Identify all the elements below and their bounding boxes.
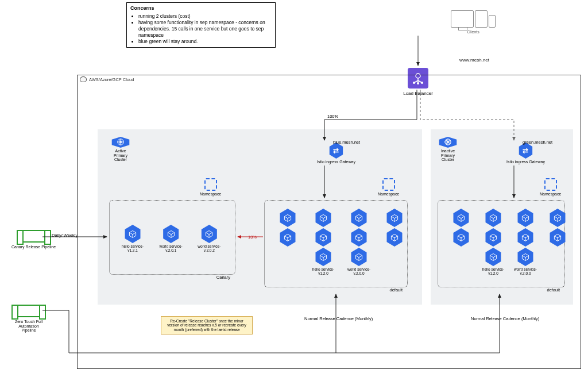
- cube-icon: [350, 248, 368, 266]
- pipeline-icon: [16, 305, 41, 317]
- default-a-services: hello service-v1.2.0 world service-v.2.0…: [269, 204, 403, 280]
- service-node: [446, 209, 476, 227]
- traffic-100-label: 100%: [327, 114, 338, 119]
- svg-line-90: [461, 236, 465, 238]
- service-node: [510, 209, 540, 227]
- default-a-ns-label: default: [389, 287, 403, 293]
- svg-line-30: [209, 233, 212, 234]
- cloud-title: AWS/Azure/GCP Cloud: [80, 76, 134, 82]
- svg-line-22: [133, 233, 136, 234]
- monitor-icon: [451, 10, 474, 28]
- tablet-icon: [475, 10, 488, 28]
- cube-icon: [386, 228, 403, 247]
- cube-icon: [315, 228, 332, 247]
- cube-icon: [452, 209, 470, 227]
- namespace-icon: [204, 178, 217, 191]
- namespace-icon: [544, 178, 557, 191]
- svg-line-58: [359, 236, 362, 238]
- svg-line-26: [171, 233, 175, 234]
- concerns-panel: Concerns running 2 clusters (cost) havin…: [126, 2, 276, 48]
- service-node: [273, 228, 303, 247]
- cube-icon: [485, 209, 502, 227]
- svg-line-53: [320, 236, 323, 238]
- cube-icon: [350, 228, 368, 247]
- istio-icon: ⇄: [328, 143, 343, 159]
- cube-icon: [549, 209, 566, 227]
- istio-blue-url: blue.mesh.net: [333, 140, 360, 145]
- svg-line-21: [129, 233, 133, 234]
- clients-label: Clients: [444, 30, 502, 34]
- cube-icon: [549, 228, 566, 247]
- service-node: [380, 209, 409, 227]
- concerns-title: Concerns: [130, 5, 272, 12]
- istio-green-url: green.mesh.net: [523, 140, 552, 145]
- concern-item: blue green will stay around.: [138, 39, 272, 45]
- k8s-inactive-label: Inactive Primary Cluster: [436, 149, 459, 162]
- service-node: [446, 228, 476, 247]
- zero-touch-pipeline-label: Zero Touch Full Automation Pipeline: [11, 320, 46, 333]
- svg-line-97: [522, 236, 525, 238]
- service-node: [543, 228, 572, 247]
- svg-line-29: [206, 233, 210, 234]
- zero-touch-pipeline-block: Zero Touch Full Automation Pipeline: [11, 305, 46, 333]
- svg-line-102: [558, 236, 561, 238]
- svg-line-41: [355, 217, 359, 218]
- k8s-active-badge: Active Primary Cluster: [109, 137, 132, 162]
- svg-line-37: [320, 217, 323, 218]
- service-node: [344, 228, 374, 247]
- svg-line-89: [458, 236, 461, 238]
- cube-icon: [315, 248, 332, 266]
- svg-line-66: [323, 256, 327, 257]
- svg-line-34: [288, 217, 291, 218]
- svg-line-42: [359, 217, 362, 218]
- svg-line-110: [525, 256, 529, 257]
- cube-icon: [517, 248, 534, 266]
- svg-line-85: [554, 217, 558, 218]
- svg-line-105: [490, 256, 493, 257]
- cube-icon: [485, 248, 502, 266]
- service-label: hello service-v1.2.0: [478, 267, 508, 275]
- cube-icon: [315, 209, 332, 227]
- svg-line-65: [320, 256, 323, 257]
- device-icons: [444, 5, 502, 28]
- svg-line-61: [391, 236, 394, 238]
- default-a-namespace-box: hello service-v1.2.0 world service-v.2.0…: [264, 200, 408, 287]
- svg-line-62: [394, 236, 398, 238]
- daily-weekly-label: Daily/ Weekly: [52, 233, 78, 238]
- svg-line-78: [493, 217, 497, 218]
- svg-line-45: [391, 217, 394, 218]
- cube-icon: [386, 209, 403, 227]
- cube-icon: [200, 225, 218, 243]
- cube-icon: [485, 228, 502, 247]
- service-node: [308, 209, 338, 227]
- service-node: world service-v.2.0.2: [194, 225, 224, 252]
- service-node: [380, 228, 409, 247]
- svg-line-82: [525, 217, 529, 218]
- service-node: [273, 209, 303, 227]
- service-label: world service-v.2.0.0: [344, 267, 374, 275]
- svg-line-73: [458, 217, 461, 218]
- service-label: world service-v.2.0.2: [194, 244, 224, 252]
- namespace-label: Namespace: [200, 192, 221, 196]
- svg-line-70: [359, 256, 362, 257]
- svg-line-74: [461, 217, 465, 218]
- cube-icon: [124, 225, 141, 243]
- service-node: [344, 209, 374, 227]
- cube-icon: [350, 209, 368, 227]
- cadence-label-a: Normal Release Cadence (Monthly): [304, 316, 373, 321]
- svg-line-86: [558, 217, 561, 218]
- svg-line-94: [493, 236, 497, 238]
- namespace-badge-default-a: Namespace: [378, 178, 399, 196]
- svg-line-49: [284, 236, 288, 238]
- service-node: hello service-v1.2.1: [118, 225, 148, 252]
- canary-services: hello service-v1.2.1 world service-v.2.0…: [114, 220, 230, 257]
- istio-green-label: Istio ingress Gateway: [506, 160, 545, 164]
- service-label: hello service-v1.2.0: [308, 267, 338, 275]
- phone-icon: [489, 15, 496, 28]
- service-node: world service-v.2.0.1: [156, 225, 186, 252]
- svg-line-46: [394, 217, 398, 218]
- svg-line-57: [355, 236, 359, 238]
- service-node: hello service-v1.2.0: [308, 248, 338, 275]
- cube-icon: [452, 228, 470, 247]
- default-b-namespace-box: hello service-v1.2.0 wolrd service-v.2.0…: [438, 200, 565, 287]
